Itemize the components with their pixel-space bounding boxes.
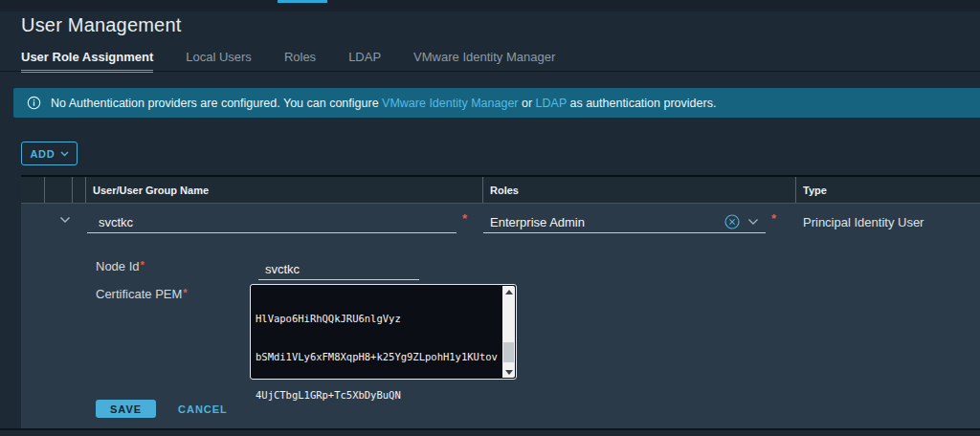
certificate-pem-label: Certificate PEM* bbox=[96, 287, 188, 301]
link-ldap[interactable]: LDAP bbox=[536, 97, 567, 110]
tab-divider bbox=[0, 71, 980, 72]
row-expand-caret-icon[interactable] bbox=[56, 212, 75, 228]
node-id-input[interactable]: svctkc bbox=[258, 259, 419, 280]
header-caret-column bbox=[45, 177, 73, 203]
required-asterisk: * bbox=[183, 287, 187, 298]
save-button[interactable]: SAVE bbox=[96, 400, 156, 418]
user-name-input[interactable]: svctkc bbox=[87, 212, 457, 233]
link-vmware-identity-manager[interactable]: VMware Identity Manager bbox=[382, 97, 518, 110]
top-strip bbox=[0, 0, 980, 11]
row-type-value: Principal Identity User bbox=[803, 215, 924, 229]
roles-combobox[interactable]: Enterprise Admin bbox=[483, 212, 766, 233]
clear-selection-icon[interactable] bbox=[724, 214, 740, 229]
user-management-screen: User Management User Role Assignment Loc… bbox=[0, 0, 980, 436]
tab-ldap[interactable]: LDAP bbox=[348, 50, 381, 73]
header-expander-column bbox=[21, 177, 45, 203]
chevron-down-icon[interactable] bbox=[746, 216, 761, 228]
required-asterisk: * bbox=[771, 211, 776, 226]
add-button-label: ADD bbox=[30, 148, 55, 160]
banner-text-start: No Authentication providers are configur… bbox=[51, 97, 382, 110]
cancel-button[interactable]: CANCEL bbox=[178, 400, 228, 418]
page-title: User Management bbox=[21, 14, 182, 36]
column-header-user-group-name[interactable]: User/User Group Name bbox=[86, 177, 483, 203]
required-asterisk: * bbox=[141, 259, 145, 271]
required-asterisk: * bbox=[462, 211, 467, 226]
footer-strip bbox=[0, 430, 980, 436]
scroll-down-button[interactable] bbox=[502, 366, 515, 378]
add-button[interactable]: ADD bbox=[21, 142, 78, 165]
banner-text-end: as authentication providers. bbox=[567, 97, 716, 110]
info-icon bbox=[27, 96, 41, 110]
textarea-scrollbar[interactable] bbox=[502, 286, 515, 378]
tab-bar: User Role Assignment Local Users Roles L… bbox=[21, 50, 555, 73]
column-header-roles[interactable]: Roles bbox=[483, 177, 796, 203]
tab-vmware-identity-manager[interactable]: VMware Identity Manager bbox=[413, 50, 555, 73]
node-id-label: Node Id* bbox=[96, 259, 145, 273]
chevron-down-icon bbox=[60, 151, 69, 157]
top-accent-bar bbox=[278, 0, 327, 3]
tab-roles[interactable]: Roles bbox=[284, 50, 316, 73]
scrollbar-thumb[interactable] bbox=[503, 342, 514, 362]
header-spacer-column bbox=[73, 177, 86, 203]
info-banner: No Authentication providers are configur… bbox=[13, 88, 980, 118]
banner-text-or: or bbox=[519, 97, 536, 110]
certificate-pem-text: HlVapo6HiRhQQkJRU6nlgVyz bSMdi1VLy6xFM8X… bbox=[251, 287, 502, 436]
scroll-up-button[interactable] bbox=[502, 286, 515, 297]
tab-user-role-assignment[interactable]: User Role Assignment bbox=[21, 50, 153, 73]
user-role-grid: User/User Group Name Roles Type svctkc *… bbox=[21, 175, 980, 428]
grid-header: User/User Group Name Roles Type bbox=[21, 177, 980, 204]
certificate-pem-textarea[interactable]: HlVapo6HiRhQQkJRU6nlgVyz bSMdi1VLy6xFM8X… bbox=[250, 284, 517, 380]
banner-text: No Authentication providers are configur… bbox=[51, 97, 716, 110]
column-header-type[interactable]: Type bbox=[796, 177, 980, 203]
tab-local-users[interactable]: Local Users bbox=[186, 50, 252, 73]
